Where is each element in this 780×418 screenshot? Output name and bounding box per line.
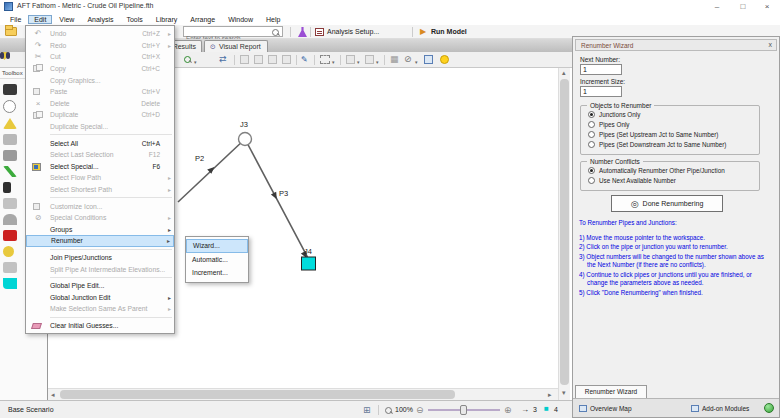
menu-file[interactable]: File xyxy=(4,15,27,24)
special-conditions-icon[interactable]: ⊘ xyxy=(404,54,412,65)
menu-item-split-pipe[interactable]: Split Pipe At Intermediate Elevations... xyxy=(26,263,174,275)
menu-item-customize-icon[interactable]: Customize Icon... xyxy=(26,200,174,212)
zoom-tool-icon[interactable] xyxy=(184,56,191,63)
close-button[interactable]: × xyxy=(756,1,778,12)
menu-item-select-shortest-path[interactable]: Select Shortest Path ▸ xyxy=(26,184,174,196)
branch-junction-icon[interactable] xyxy=(3,100,16,113)
radio-pipes-upstream[interactable]: Pipes (Set Upstream Jct to Same Number) xyxy=(588,131,718,138)
menu-library[interactable]: Library xyxy=(150,15,183,24)
zoom-slider-thumb[interactable] xyxy=(460,405,467,415)
menu-item-copy[interactable]: CopyCtrl+C xyxy=(26,63,174,75)
radio-auto-renumber[interactable]: Automatically Renumber Other Pipe/Juncti… xyxy=(588,167,725,174)
menu-item-clear-initial-guesses[interactable]: Clear Initial Guesses... xyxy=(26,320,174,332)
valve-junction-icon[interactable] xyxy=(3,134,17,145)
zoom-in-icon[interactable]: ⊕ xyxy=(504,405,512,415)
menu-item-groups[interactable]: Groups ▸ xyxy=(26,224,174,236)
menu-item-select-all[interactable]: Select AllCtrl+A xyxy=(26,137,174,149)
menu-analysis[interactable]: Analysis xyxy=(81,15,119,24)
fit-view-icon[interactable]: ⊞ xyxy=(363,405,371,415)
menu-item-select-special[interactable]: Select Special...F6 xyxy=(26,161,174,173)
menu-item-renumber[interactable]: Renumber ▸ xyxy=(26,235,174,247)
open-file-icon[interactable] xyxy=(5,27,17,36)
horizontal-scroll-thumb[interactable] xyxy=(60,390,455,399)
lightbulb-icon[interactable] xyxy=(440,55,449,64)
vertical-scrollbar[interactable]: ▴ ▾ xyxy=(558,68,570,400)
run-model-button[interactable]: Run Model xyxy=(431,28,467,35)
submenu-item-wizard[interactable]: Wizard... xyxy=(186,239,248,253)
control-valve-icon[interactable] xyxy=(3,230,17,241)
assigned-flow-icon[interactable] xyxy=(3,182,11,193)
menu-item-duplicate-special[interactable]: Duplicate Special... xyxy=(26,121,174,133)
overview-map-button[interactable]: Overview Map xyxy=(590,405,632,412)
menu-item-make-selection-same-as-parent[interactable]: Make Selection Same As Parent ▸ xyxy=(26,303,174,315)
minimize-button[interactable]: – xyxy=(706,1,728,12)
pump-junction-icon[interactable] xyxy=(3,166,17,177)
radio-junctions-only[interactable]: Junctions Only xyxy=(588,111,640,118)
tab-visual-report[interactable]: ⊙ Visual Report xyxy=(204,40,268,52)
radio-next-available[interactable]: Use Next Available Number xyxy=(588,177,676,184)
menu-item-cut[interactable]: ✂ CutCtrl+X xyxy=(26,51,174,63)
selection-box-icon[interactable] xyxy=(320,55,330,64)
menu-edit[interactable]: Edit xyxy=(28,15,52,24)
menu-window[interactable]: Window xyxy=(222,15,259,24)
pipe-tool-icon[interactable] xyxy=(3,84,17,95)
layer-dropdown-icon[interactable]: ▾ xyxy=(376,57,379,68)
scroll-down-icon[interactable]: ▾ xyxy=(562,388,566,398)
annotation-tool-icon[interactable]: ✎ xyxy=(301,54,308,65)
grid-icon[interactable]: ▦ xyxy=(390,54,399,65)
bend-junction-icon[interactable] xyxy=(3,150,17,161)
junction-j3[interactable] xyxy=(239,133,252,146)
reservoir-junction-icon[interactable] xyxy=(3,118,17,129)
zoom-out-icon[interactable]: ⊖ xyxy=(416,405,424,415)
submenu-arrow-icon: ▸ xyxy=(168,186,171,193)
done-renumbering-button[interactable]: ◎ Done Renumbering xyxy=(611,195,723,212)
menu-item-undo[interactable]: ↶ UndoCtrl+Z ▸ xyxy=(26,28,174,40)
menu-item-select-flow-path[interactable]: Select Flow Path ▸ xyxy=(26,172,174,184)
menu-item-copy-graphics[interactable]: Copy Graphics... xyxy=(26,74,174,86)
tee-junction-icon[interactable] xyxy=(3,214,17,225)
junction-j4[interactable] xyxy=(302,257,316,270)
renumber-wizard-tab[interactable]: Renumber Wizard xyxy=(575,385,647,398)
analysis-setup-button[interactable]: Analysis Setup... xyxy=(327,28,379,35)
rotate-left-icon xyxy=(240,55,249,64)
special-conditions-dropdown-icon[interactable]: ▾ xyxy=(415,57,418,68)
menu-help[interactable]: Help xyxy=(260,15,286,24)
menu-item-delete[interactable]: × DeleteDelete xyxy=(26,98,174,110)
scroll-right-icon[interactable]: ▸ xyxy=(548,390,552,400)
area-change-icon[interactable] xyxy=(3,198,17,209)
radio-pipes-downstream[interactable]: Pipes (Set Downstream Jct to Same Number… xyxy=(588,141,726,148)
distribute-dropdown-icon[interactable]: ▾ xyxy=(357,57,360,68)
menu-item-redo[interactable]: ↷ RedoCtrl+Y ▸ xyxy=(26,40,174,52)
submenu-item-automatic[interactable]: Automatic... xyxy=(186,253,248,267)
menu-item-special-conditions[interactable]: ⊘ Special Conditions ▸ xyxy=(26,212,174,224)
scroll-up-icon[interactable]: ▴ xyxy=(562,68,566,78)
selection-dropdown-icon[interactable]: ▾ xyxy=(332,57,335,68)
general-component-icon[interactable] xyxy=(3,262,17,273)
search-box[interactable] xyxy=(183,26,283,37)
menu-item-global-junction-edit[interactable]: Global Junction Edit ▸ xyxy=(26,291,174,303)
menu-tools[interactable]: Tools xyxy=(120,15,148,24)
flask-icon[interactable] xyxy=(298,27,307,37)
spray-discharge-icon[interactable] xyxy=(3,246,14,257)
menu-item-join-pipes-junctions[interactable]: Join Pipes/Junctions xyxy=(26,252,174,264)
menu-view[interactable]: View xyxy=(53,15,80,24)
submenu-item-increment[interactable]: Increment... xyxy=(186,266,248,280)
horizontal-scrollbar[interactable]: ◂ ▸ xyxy=(48,388,558,400)
overview-map-icon[interactable] xyxy=(424,55,433,64)
menu-item-select-last-selection[interactable]: Select Last SelectionF12 xyxy=(26,149,174,161)
next-number-input[interactable] xyxy=(580,64,622,75)
zoom-dropdown-icon[interactable]: ▾ xyxy=(194,57,197,68)
radio-pipes-only[interactable]: Pipes Only xyxy=(588,121,629,128)
panel-close-icon[interactable]: x xyxy=(769,41,773,48)
menu-arrange[interactable]: Arrange xyxy=(184,15,221,24)
menu-item-global-pipe-edit[interactable]: Global Pipe Edit... xyxy=(26,280,174,292)
scroll-left-icon[interactable]: ◂ xyxy=(51,390,55,400)
menu-item-duplicate[interactable]: DuplicateCtrl+D xyxy=(26,109,174,121)
addon-modules-button[interactable]: Add-on Modules xyxy=(702,405,749,412)
menu-item-paste[interactable]: PasteCtrl+V xyxy=(26,86,174,98)
increment-size-input[interactable] xyxy=(580,86,622,97)
reverse-direction-icon[interactable]: ⇄ xyxy=(219,54,227,65)
vertical-scroll-thumb[interactable] xyxy=(560,79,569,385)
maximize-button[interactable]: □ xyxy=(732,1,754,12)
heat-exchanger-icon[interactable] xyxy=(3,278,17,289)
